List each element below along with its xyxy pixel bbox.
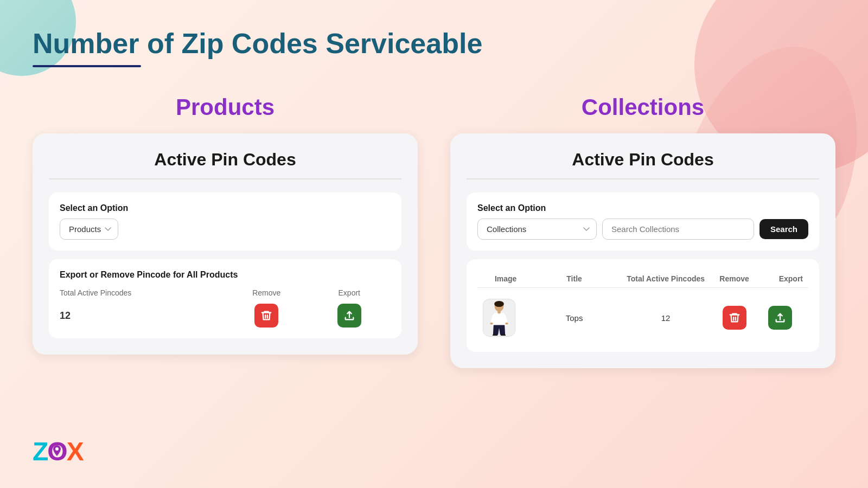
row-image-cell: [483, 299, 528, 337]
products-select-dropdown[interactable]: Products Collections: [60, 219, 118, 240]
collections-search-button[interactable]: Search: [760, 219, 808, 239]
products-export-title: Export or Remove Pincode for All Product…: [60, 270, 391, 280]
collections-table-section: Image Title Total Active Pincodes Remove…: [467, 259, 819, 352]
trash-icon: [260, 310, 272, 322]
collections-select-dropdown[interactable]: Collections Products: [477, 219, 597, 240]
svg-point-4: [505, 322, 508, 324]
collections-select-label: Select an Option: [477, 203, 808, 213]
products-card: Active Pin Codes Select an Option Produc…: [33, 133, 418, 355]
collections-panel: Collections Active Pin Codes Select an O…: [450, 94, 835, 368]
products-remove-button[interactable]: [254, 304, 278, 328]
collections-card: Active Pin Codes Select an Option Collec…: [450, 133, 835, 368]
collections-search-input[interactable]: [602, 219, 754, 240]
table-row: Tops 12: [477, 294, 808, 341]
products-export-value-row: 12: [60, 297, 391, 328]
upload-icon-collection: [774, 312, 786, 324]
svg-point-7: [55, 447, 59, 451]
logo-x: X: [67, 437, 83, 466]
row-export-cell: [757, 306, 803, 330]
products-export-header-row: Total Active Pincodes Remove Export: [60, 288, 391, 297]
products-total-value: 12: [60, 310, 225, 322]
col-remove-header: Remove: [711, 274, 757, 283]
row-title-cell: Tops: [528, 313, 620, 323]
row-remove-cell: [711, 306, 757, 330]
page-title: Number of Zip Codes Serviceable: [33, 27, 835, 60]
collections-heading: Collections: [450, 94, 835, 120]
products-select-label: Select an Option: [60, 203, 391, 213]
collection-export-button[interactable]: [768, 306, 792, 330]
collections-controls-row: Collections Products Search: [477, 219, 808, 240]
col-image-header: Image: [483, 274, 528, 283]
person-image: [486, 300, 513, 336]
products-select-section: Select an Option Products Collections: [49, 192, 401, 251]
products-panel: Products Active Pin Codes Select an Opti…: [33, 94, 418, 355]
products-export-button[interactable]: [337, 304, 361, 328]
upload-icon: [343, 310, 355, 322]
products-col-remove-header: Remove: [225, 288, 308, 297]
products-col-export-header: Export: [308, 288, 391, 297]
product-thumbnail: [483, 299, 515, 337]
col-title-header: Title: [528, 274, 620, 283]
products-col-total-header: Total Active Pincodes: [60, 288, 225, 297]
col-total-header: Total Active Pincodes: [620, 274, 712, 283]
products-heading: Products: [33, 94, 418, 120]
collection-remove-button[interactable]: [723, 306, 746, 330]
col-export-header: Export: [757, 274, 803, 283]
logo: Z O X: [33, 436, 83, 466]
products-export-section: Export or Remove Pincode for All Product…: [49, 259, 401, 338]
products-card-title: Active Pin Codes: [49, 150, 401, 179]
logo-z: Z: [33, 437, 47, 466]
collections-table-header: Image Title Total Active Pincodes Remove…: [477, 270, 808, 288]
collections-select-section: Select an Option Collections Products Se…: [467, 192, 819, 251]
svg-point-3: [490, 322, 493, 324]
svg-point-1: [494, 300, 504, 306]
row-total-cell: 12: [620, 313, 712, 323]
svg-rect-2: [497, 311, 501, 313]
collections-card-title: Active Pin Codes: [467, 150, 819, 179]
trash-icon-collection: [729, 312, 741, 324]
panels-container: Products Active Pin Codes Select an Opti…: [33, 94, 835, 368]
logo-pin-drop: [52, 445, 62, 458]
title-underline: [33, 65, 141, 67]
logo-wordmark: Z O X: [33, 436, 83, 466]
